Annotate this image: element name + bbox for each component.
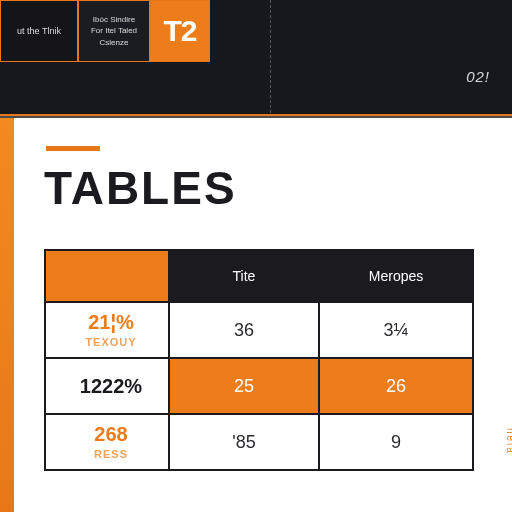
tab-line: Ibóc Sindire — [91, 15, 137, 25]
header-tab-2[interactable]: Ibóc Sindire For Itel Taled Cslenze — [78, 0, 150, 62]
table-cell: 25 — [169, 358, 319, 414]
side-annotation: heia — [505, 428, 512, 455]
table-row: 268 RESS '85 9 — [45, 414, 473, 470]
tab-line: Cslenze — [91, 38, 137, 48]
col-header-lead — [45, 250, 169, 302]
left-accent-strip — [0, 118, 14, 512]
row-label-cell: 1222% — [45, 358, 169, 414]
header-tabs: ut the Tlnik Ibóc Sindire For Itel Taled… — [0, 0, 512, 62]
dashed-guide — [270, 0, 271, 118]
row-value: 1222% — [54, 376, 168, 396]
data-table-wrap: Tite Meropes 21¦% TEXOUY 36 3¼ — [44, 249, 488, 471]
row-value: 21¦% — [54, 312, 168, 332]
header-tab-1[interactable]: ut the Tlnik — [0, 0, 78, 62]
title-accent — [46, 146, 100, 151]
col-header-2: Meropes — [319, 250, 473, 302]
page-title: TABLES — [44, 161, 488, 215]
row-label-cell: 268 RESS — [45, 414, 169, 470]
row-value: 268 — [54, 424, 168, 444]
table-cell: 3¼ — [319, 302, 473, 358]
table-row: 1222% 25 26 — [45, 358, 473, 414]
badge-text: T2 — [163, 13, 196, 49]
main-content: TABLES Tite Meropes 21¦% — [14, 118, 512, 512]
table-row: 21¦% TEXOUY 36 3¼ — [45, 302, 473, 358]
table-cell: '85 — [169, 414, 319, 470]
tab-label: ut the Tlnik — [17, 26, 61, 37]
row-label-cell: 21¦% TEXOUY — [45, 302, 169, 358]
row-sublabel: TEXOUY — [54, 336, 168, 348]
header-code: 02! — [466, 68, 490, 85]
col-header-1: Tite — [169, 250, 319, 302]
table-cell: 36 — [169, 302, 319, 358]
header-tab-badge[interactable]: T2 — [150, 0, 210, 62]
tab-line: For Itel Taled — [91, 26, 137, 36]
data-table: Tite Meropes 21¦% TEXOUY 36 3¼ — [44, 249, 474, 471]
table-cell: 9 — [319, 414, 473, 470]
row-sublabel: RESS — [54, 448, 168, 460]
table-cell: 26 — [319, 358, 473, 414]
top-bar: ut the Tlnik Ibóc Sindire For Itel Taled… — [0, 0, 512, 118]
